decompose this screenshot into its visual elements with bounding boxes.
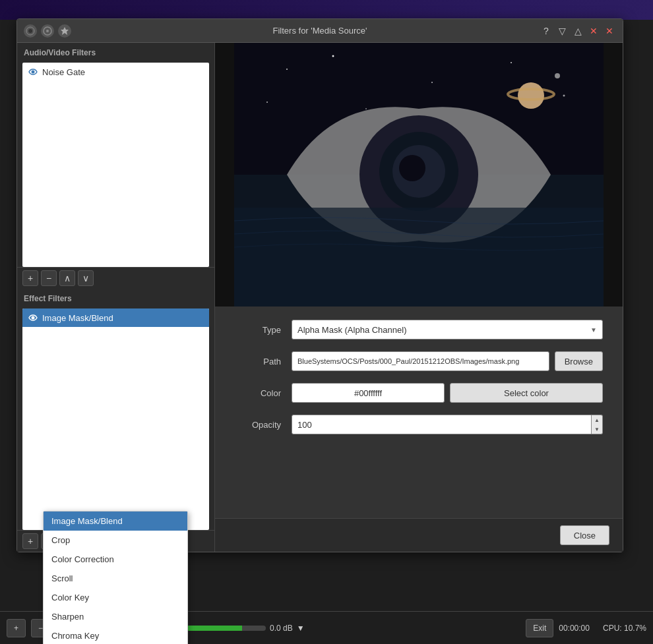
- noise-gate-label: Noise Gate: [42, 67, 85, 77]
- svg-point-11: [511, 62, 512, 63]
- volume-arrow[interactable]: ▼: [297, 624, 305, 633]
- type-control: Alpha Mask (Alpha Channel) ▼: [292, 320, 603, 339]
- svg-point-13: [266, 102, 268, 103]
- color-input-row: #00ffffff Select color: [292, 383, 603, 403]
- svg-point-3: [46, 30, 49, 32]
- menu-item-sharpen[interactable]: Sharpen: [44, 607, 187, 626]
- menu-item-scroll[interactable]: Scroll: [44, 569, 187, 588]
- effect-section-header: Effect Filters: [17, 289, 214, 308]
- path-value: BlueSystems/OCS/Posts/000_Paul/20151212O…: [297, 357, 519, 365]
- move-audio-up-button[interactable]: ∧: [59, 270, 75, 286]
- menu-item-chroma-key[interactable]: Chroma Key: [44, 626, 187, 644]
- svg-point-10: [431, 82, 433, 83]
- path-control: BlueSystems/OCS/Posts/000_Paul/20151212O…: [292, 351, 603, 371]
- cpu-value: CPU: 10.7%: [603, 624, 646, 633]
- settings-area: Type Alpha Mask (Alpha Channel) ▼ Path: [215, 307, 623, 518]
- select-color-button[interactable]: Select color: [450, 383, 603, 403]
- move-audio-down-button[interactable]: ∨: [78, 270, 94, 286]
- exit-button[interactable]: Exit: [526, 619, 553, 637]
- svg-point-4: [32, 71, 35, 74]
- opacity-value: 100: [297, 420, 312, 430]
- path-input-row: BlueSystems/OCS/Posts/000_Paul/20151212O…: [292, 351, 603, 371]
- svg-point-8: [286, 69, 288, 70]
- svg-point-5: [32, 316, 35, 320]
- left-panel: Audio/Video Filters Noise Gate + − ∧: [17, 43, 215, 552]
- volume-fill: [187, 626, 242, 631]
- maximize-button[interactable]: △: [571, 24, 584, 38]
- source-bar: Media Source 0.0 dB ▼: [134, 624, 520, 633]
- opacity-up-arrow[interactable]: ▲: [592, 415, 602, 424]
- path-row: Path BlueSystems/OCS/Posts/000_Paul/2015…: [235, 351, 603, 371]
- eye-visible-icon[interactable]: [28, 67, 38, 77]
- menu-item-image-mask[interactable]: Image Mask/Blend: [44, 512, 187, 531]
- color-value-text: #00ffffff: [354, 388, 382, 398]
- dialog-content: Audio/Video Filters Noise Gate + − ∧: [17, 43, 623, 552]
- type-dropdown[interactable]: Alpha Mask (Alpha Channel) ▼: [292, 320, 603, 339]
- close-dialog-button[interactable]: Close: [560, 525, 609, 545]
- svg-point-1: [28, 29, 32, 33]
- volume-bar: [187, 626, 266, 631]
- minimize-button[interactable]: ▽: [555, 24, 569, 38]
- path-label: Path: [235, 357, 281, 366]
- image-mask-label: Image Mask/Blend: [42, 313, 113, 323]
- type-row: Type Alpha Mask (Alpha Channel) ▼: [235, 320, 603, 339]
- opacity-label: Opacity: [235, 420, 281, 430]
- menu-item-color-correction[interactable]: Color Correction: [44, 550, 187, 569]
- type-label: Type: [235, 325, 281, 335]
- audio-section-header: Audio/Video Filters: [17, 43, 214, 63]
- pin-icon[interactable]: [58, 24, 71, 38]
- title-icons-left: [24, 24, 71, 38]
- filter-item-noise-gate[interactable]: Noise Gate: [22, 63, 209, 81]
- dialog-title: Filters for 'Media Source': [273, 26, 367, 36]
- menu-item-color-key[interactable]: Color Key: [44, 588, 187, 607]
- browse-button[interactable]: Browse: [555, 351, 603, 371]
- opacity-arrows: ▲ ▼: [592, 415, 603, 434]
- color-label: Color: [235, 388, 281, 398]
- remove-audio-filter-button[interactable]: −: [41, 270, 57, 286]
- audio-toolbar: + − ∧ ∨: [17, 267, 214, 289]
- filter-item-image-mask[interactable]: Image Mask/Blend: [22, 308, 209, 327]
- filters-dialog: Filters for 'Media Source' ? ▽ △ ✕ ✕ Aud…: [16, 18, 623, 552]
- time-cpu-display: 00:00:00 CPU: 10.7%: [559, 624, 646, 633]
- svg-point-9: [332, 55, 334, 57]
- target-icon: [41, 24, 54, 38]
- opacity-input-row: 100 ▲ ▼: [292, 415, 603, 434]
- time-value: 00:00:00: [559, 624, 590, 633]
- obs-icon: [24, 24, 37, 38]
- svg-point-14: [365, 108, 367, 109]
- color-field[interactable]: #00ffffff: [292, 383, 445, 403]
- preview-svg: [215, 43, 623, 307]
- type-value: Alpha Mask (Alpha Channel): [297, 325, 406, 335]
- svg-point-21: [399, 155, 425, 181]
- db-value: 0.0 dB: [270, 624, 293, 633]
- help-button[interactable]: ?: [540, 24, 553, 38]
- effect-filter-list: Image Mask/Blend: [22, 308, 209, 530]
- close-button-2[interactable]: ✕: [603, 24, 616, 38]
- add-effect-filter-button[interactable]: +: [22, 533, 38, 549]
- svg-point-17: [555, 73, 560, 78]
- dialog-footer: Close: [215, 518, 623, 552]
- svg-point-12: [563, 95, 565, 97]
- type-dropdown-arrow: ▼: [590, 326, 597, 334]
- close-x-button[interactable]: ✕: [587, 24, 600, 38]
- eye-visible-effect-icon[interactable]: [28, 312, 38, 323]
- title-controls: ? ▽ △ ✕ ✕: [540, 24, 616, 38]
- add-scene-button[interactable]: +: [7, 619, 26, 637]
- opacity-row: Opacity 100 ▲ ▼: [235, 415, 603, 434]
- opacity-control: 100 ▲ ▼: [292, 415, 603, 434]
- opacity-down-arrow[interactable]: ▼: [592, 424, 602, 434]
- add-audio-filter-button[interactable]: +: [22, 270, 38, 286]
- preview-area: [215, 43, 623, 307]
- title-bar: Filters for 'Media Source' ? ▽ △ ✕ ✕: [17, 19, 623, 43]
- svg-rect-22: [234, 208, 604, 307]
- svg-point-15: [518, 82, 544, 109]
- color-control: #00ffffff Select color: [292, 383, 603, 403]
- right-panel: Type Alpha Mask (Alpha Channel) ▼ Path: [215, 43, 623, 552]
- path-field[interactable]: BlueSystems/OCS/Posts/000_Paul/20151212O…: [292, 351, 549, 371]
- opacity-field[interactable]: 100: [292, 415, 592, 434]
- context-menu: Image Mask/Blend Crop Color Correction S…: [43, 511, 188, 644]
- audio-filter-list: Noise Gate: [22, 63, 209, 267]
- color-row: Color #00ffffff Select color: [235, 383, 603, 403]
- menu-item-crop[interactable]: Crop: [44, 531, 187, 550]
